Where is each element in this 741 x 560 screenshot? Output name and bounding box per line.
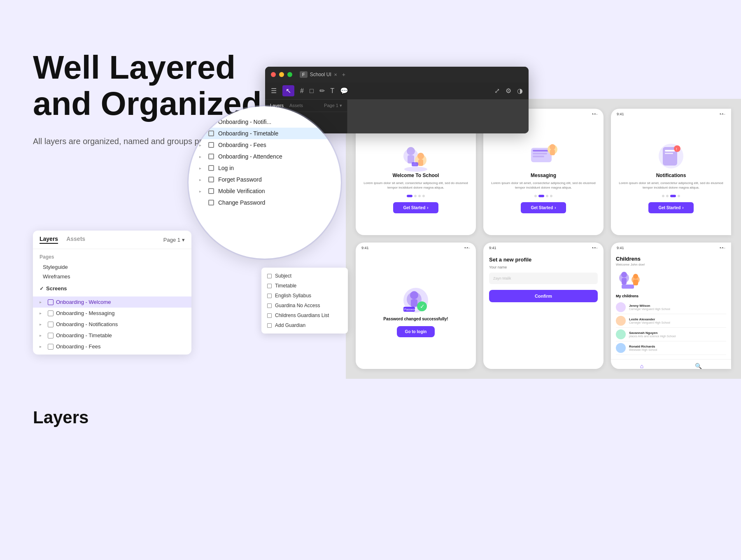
svg-text:Password: Password bbox=[404, 308, 417, 311]
child-ronald: Ronald Richards Westside High School bbox=[616, 341, 726, 355]
cursor-tool[interactable]: ↖ bbox=[282, 85, 294, 96]
frame-icon bbox=[48, 310, 54, 316]
confirm-btn[interactable]: Confirm bbox=[489, 290, 598, 302]
bottom-nav: ⌂ 🔍 bbox=[611, 359, 731, 369]
child-avatar bbox=[616, 329, 626, 339]
mag-layer-forgot-password[interactable]: ▸ Forget Password bbox=[198, 174, 332, 185]
sub-layer-timetable[interactable]: Timetable bbox=[261, 281, 348, 291]
status-bar: 9:41 •·•·· bbox=[483, 243, 604, 252]
frame-icon bbox=[208, 200, 214, 205]
sub-layer-subject[interactable]: Subject bbox=[261, 271, 348, 281]
tab-assets[interactable]: Assets bbox=[66, 236, 85, 244]
name-input[interactable]: Zayn Malik bbox=[489, 273, 598, 284]
screens-header: ✓ Screens bbox=[33, 283, 191, 294]
frame-icon bbox=[267, 323, 272, 328]
home-icon[interactable]: ⌂ bbox=[640, 363, 643, 369]
child-avatar bbox=[616, 316, 626, 326]
search-icon[interactable]: 🔍 bbox=[695, 363, 702, 369]
shape-tool[interactable]: □ bbox=[310, 87, 314, 95]
figma-icon: F bbox=[300, 71, 308, 78]
child-school: Carnegie Vanguard High School bbox=[629, 308, 670, 310]
svg-rect-35 bbox=[622, 285, 634, 289]
sub-layer-childrens-guardians[interactable]: Childrens Guardians List bbox=[261, 310, 348, 320]
messaging-illustration bbox=[527, 140, 560, 173]
dot bbox=[662, 195, 664, 197]
settings-icon[interactable]: ⚙ bbox=[506, 87, 511, 95]
child-name: Leslie Alexander bbox=[629, 317, 670, 321]
mag-layer-change-password[interactable]: Change Password bbox=[198, 197, 332, 208]
dot bbox=[666, 195, 669, 197]
sub-layer-add-guardian[interactable]: Add Guardian bbox=[261, 320, 348, 330]
sub-layer-guardina-no-access[interactable]: Guardina No Access bbox=[261, 301, 348, 310]
page-1-label: Page 1 ▾ bbox=[324, 103, 342, 108]
frame-icon bbox=[267, 303, 272, 308]
figma-titlebar: F School UI ✕ + bbox=[265, 67, 529, 82]
child-name: Savannah Nguyen bbox=[629, 331, 676, 335]
close-button[interactable] bbox=[271, 72, 276, 77]
page-wireframes[interactable]: Wireframes bbox=[40, 272, 185, 281]
child-avatar bbox=[616, 343, 626, 353]
notifications-content: ! Notifications Lorem ipsum dolor sit am… bbox=[611, 118, 731, 235]
messaging-title: Messaging bbox=[531, 173, 556, 178]
child-jenny: Jenny Wilson Carnegie Vanguard High Scho… bbox=[616, 301, 726, 314]
expand-arrow: ▸ bbox=[40, 344, 45, 349]
maximize-button[interactable] bbox=[287, 72, 292, 77]
share-icon[interactable]: ⤢ bbox=[494, 87, 500, 95]
page-selector[interactable]: Page 1 ▾ bbox=[163, 237, 185, 243]
theme-icon[interactable]: ◑ bbox=[517, 87, 523, 95]
mag-layer-login[interactable]: ▸ Log in bbox=[198, 162, 332, 174]
text-tool[interactable]: T bbox=[331, 87, 335, 95]
frame-icon bbox=[267, 294, 272, 298]
mag-layer-fees[interactable]: ▸ Onboarding - Fees bbox=[198, 139, 332, 151]
mag-layer-mobile-verification[interactable]: ▸ Mobile Veriﬁcation bbox=[198, 185, 332, 197]
get-started-btn[interactable]: Get Started › bbox=[393, 202, 438, 213]
status-bar: 9:41 •·•·· bbox=[356, 243, 476, 252]
get-started-btn[interactable]: Get Started › bbox=[648, 202, 693, 213]
menu-icon[interactable]: ☰ bbox=[271, 87, 277, 95]
mag-layer-attendence[interactable]: ▸ Onboarding - Attendence bbox=[198, 151, 332, 162]
svg-point-2 bbox=[407, 147, 415, 155]
signal: •·•·· bbox=[464, 246, 470, 250]
svg-rect-11 bbox=[533, 156, 544, 157]
time: 9:41 bbox=[617, 246, 624, 250]
comment-tool[interactable]: 💬 bbox=[340, 87, 348, 95]
child-info: Leslie Alexander Carnegie Vanguard High … bbox=[629, 317, 670, 324]
layer-onboarding-messaging[interactable]: ▸ Onboarding - Messaging bbox=[33, 308, 191, 319]
password-content: ✓ Password Password changed successfully… bbox=[356, 252, 476, 369]
mag-layer-timetable[interactable]: ▸ Onboarding - Timetable bbox=[198, 128, 332, 139]
tab-layers[interactable]: Layers bbox=[40, 236, 58, 244]
page-styleguide[interactable]: Styleguide bbox=[40, 262, 185, 272]
sub-layer-english-syllabus[interactable]: English Syllabus bbox=[261, 291, 348, 301]
frame-icon bbox=[48, 299, 54, 305]
pen-tool[interactable]: ✏ bbox=[319, 87, 325, 95]
svg-text:!: ! bbox=[676, 147, 677, 151]
child-info: Ronald Richards Westside High School bbox=[629, 345, 657, 351]
pages-label: Pages bbox=[40, 254, 185, 260]
layer-onboarding-timetable[interactable]: ▸ Onboarding - Timetable bbox=[33, 330, 191, 341]
layer-onboarding-welcome[interactable]: ▸ Onboarding - Welcome bbox=[33, 296, 191, 308]
layer-onboarding-notifications[interactable]: ▸ Onboarding - Notifications bbox=[33, 319, 191, 330]
arrow-icon: ▸ bbox=[199, 154, 204, 159]
welcome-title: Welcome To School bbox=[393, 173, 439, 178]
frame-icon bbox=[48, 322, 54, 327]
svg-rect-9 bbox=[533, 150, 550, 152]
minimize-button[interactable] bbox=[279, 72, 284, 77]
add-tab-button[interactable]: + bbox=[342, 71, 345, 78]
frame-icon bbox=[208, 131, 214, 136]
child-name: Ronald Richards bbox=[629, 345, 657, 348]
figma-tab-close[interactable]: ✕ bbox=[334, 72, 337, 77]
assets-tab-figma[interactable]: Assets bbox=[289, 103, 303, 108]
get-started-btn[interactable]: Get Started › bbox=[521, 202, 566, 213]
phone-notifications: 9:41 •·•·· ! Notifications Lorem ipsum d… bbox=[611, 109, 731, 235]
frame-tool[interactable]: # bbox=[300, 87, 304, 95]
child-avatar bbox=[616, 302, 626, 312]
layer-onboarding-fees[interactable]: ▸ Onboarding - Fees bbox=[33, 341, 191, 352]
svg-text:✓: ✓ bbox=[420, 303, 425, 310]
arrow-right-icon: › bbox=[682, 205, 683, 210]
expand-arrow: ▸ bbox=[40, 300, 45, 304]
go-to-login-btn[interactable]: Go to login bbox=[397, 326, 435, 337]
dot-active bbox=[407, 195, 412, 197]
svg-point-5 bbox=[417, 153, 424, 159]
arrow-icon: ▸ bbox=[199, 189, 204, 194]
signal: •·•·· bbox=[592, 112, 598, 116]
